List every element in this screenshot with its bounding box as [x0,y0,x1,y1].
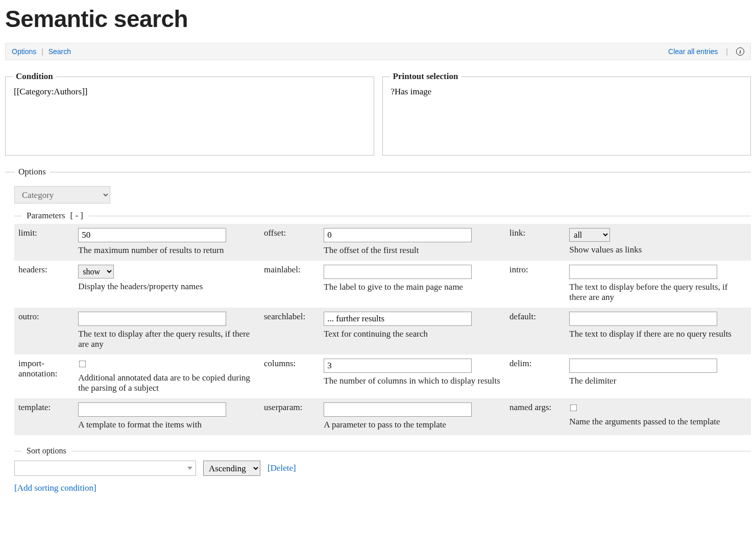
headers-select[interactable]: show [78,265,114,278]
delete-sort-link[interactable]: [Delete] [267,463,296,473]
param-label: delim: [505,354,565,398]
param-row: limit: The maximum number of results to … [14,224,751,261]
param-label: userparam: [260,398,320,435]
param-row: import-annotation: Additional annotated … [14,354,751,398]
limit-input[interactable] [78,228,226,242]
search-link[interactable]: Search [48,47,71,56]
format-select[interactable]: Category [14,186,110,204]
param-label: intro: [505,261,565,308]
link-select[interactable]: all [569,228,610,242]
add-sorting-condition-link[interactable]: [Add sorting condition] [14,483,751,493]
intro-input[interactable] [569,265,717,279]
outro-input[interactable] [78,312,226,326]
param-label: columns: [260,354,320,398]
sort-order-select[interactable]: Ascending [203,461,260,476]
param-label: outro: [14,308,74,354]
param-row: outro: The text to display after the que… [14,308,751,354]
param-desc: The offset of the first result [324,245,501,256]
condition-box: Condition [5,71,374,156]
param-label: link: [505,224,565,261]
options-legend: Options [14,167,50,177]
param-desc: The text to display if there are no quer… [569,329,747,339]
offset-input[interactable] [324,228,472,242]
page-title: Semantic search [5,5,751,33]
rule [14,451,21,451]
printout-legend: Printout selection [390,71,461,82]
param-desc: The maximum number of results to return [78,245,256,256]
sort-options-label: Sort options [27,446,66,455]
condition-legend: Condition [13,71,56,82]
template-input[interactable] [78,402,226,417]
param-desc: The number of columns in which to displa… [324,376,501,386]
param-label: limit: [14,224,74,261]
param-label: default: [505,308,565,354]
param-label: offset: [260,224,320,261]
param-desc: A parameter to pass to the template [324,420,501,430]
sort-property-combo[interactable] [14,461,196,476]
sort-row: Ascending [Delete] [14,461,751,476]
condition-input[interactable] [6,82,374,153]
param-desc: Additional annotated data are to be copi… [78,373,256,393]
param-label: named args: [505,398,565,435]
separator: | [41,47,43,56]
chevron-down-icon [187,467,192,470]
rule [14,216,21,216]
param-desc: Name the arguments passed to the templat… [569,417,747,427]
separator: | [726,47,728,56]
param-label: mainlabel: [260,261,320,308]
import-annotation-checkbox[interactable] [79,361,86,368]
options-fieldset: Options Category Parameters [ - ] limit:… [5,167,751,493]
options-link[interactable]: Options [12,47,36,56]
default-input[interactable] [569,312,717,326]
param-desc: The text to display before the query res… [569,282,747,302]
param-desc: Show values as links [569,245,747,255]
rule [71,451,751,451]
param-desc: The text to display after the query resu… [78,329,256,349]
printout-box: Printout selection [382,71,751,156]
param-desc: The delimiter [569,376,747,386]
param-label: headers: [14,261,74,308]
param-desc: The label to give to the main page name [324,282,501,292]
param-row: headers: show Display the headers/proper… [14,261,751,308]
param-label: import-annotation: [14,354,74,398]
named-args-checkbox[interactable] [570,404,577,412]
param-desc: Text for continuing the search [324,329,501,339]
printout-input[interactable] [383,82,751,153]
userparam-input[interactable] [324,402,472,417]
searchlabel-input[interactable] [324,312,472,326]
param-label: template: [14,398,74,435]
clear-all-link[interactable]: Clear all entries [668,47,718,56]
delim-input[interactable] [569,359,717,373]
mainlabel-input[interactable] [324,265,472,279]
info-icon[interactable]: i [736,47,744,56]
parameters-toggle[interactable]: [ - ] [70,211,83,221]
parameters-label: Parameters [27,211,65,221]
param-desc: Display the headers/property names [78,282,256,292]
param-row: template: A template to format the items… [14,398,751,435]
rule [88,216,751,216]
parameters-table: limit: The maximum number of results to … [14,224,751,435]
param-label: searchlabel: [260,308,320,354]
param-desc: A template to format the items with [78,420,256,430]
columns-input[interactable] [324,359,472,373]
toolbar: Options | Search Clear all entries | i [5,43,751,60]
